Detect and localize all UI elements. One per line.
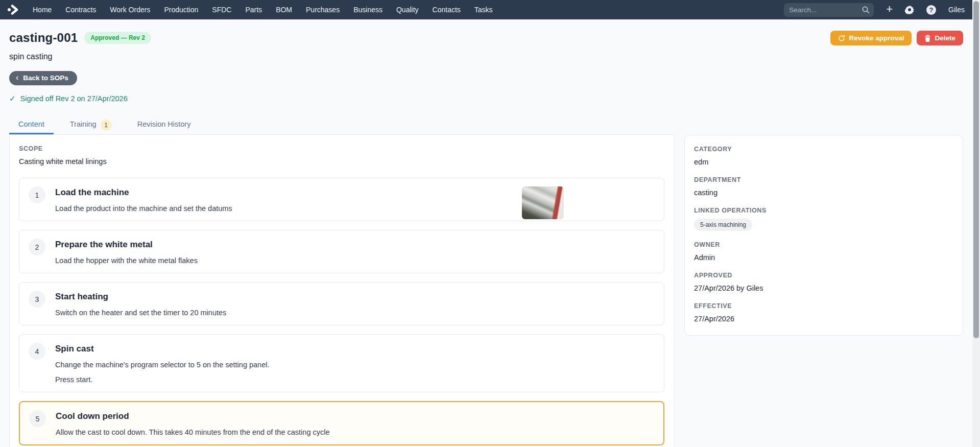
step-number: 2 — [29, 239, 45, 255]
step-title: Cool down period — [56, 411, 330, 421]
refresh-icon — [838, 35, 845, 42]
sidebar-field-linked-operations: LINKED OPERATIONS 5-axis machining — [694, 207, 953, 231]
step-description: Change the machine's program selector to… — [55, 361, 270, 369]
search-box[interactable] — [784, 3, 874, 17]
step-description: Load the product into the machine and se… — [55, 204, 232, 213]
nav-item-quality[interactable]: Quality — [396, 6, 419, 14]
nav-item-parts[interactable]: Parts — [245, 6, 262, 14]
sidebar-field-label: DEPARTMENT — [694, 176, 953, 183]
settings-gear-icon[interactable] — [905, 5, 914, 14]
step-number: 4 — [29, 343, 45, 360]
step-number: 5 — [29, 410, 46, 427]
search-input[interactable] — [789, 6, 862, 14]
nav-menu: HomeContractsWork OrdersProductionSFDCPa… — [33, 6, 493, 14]
sidebar-value-category: edm — [694, 158, 953, 166]
nav-item-purchases[interactable]: Purchases — [306, 6, 340, 14]
details-sidebar: CATEGORY edm DEPARTMENT casting LINKED O… — [684, 135, 963, 336]
page-title: casting-001 — [9, 31, 78, 45]
nav-item-home[interactable]: Home — [33, 6, 52, 14]
top-nav: HomeContractsWork OrdersProductionSFDCPa… — [0, 0, 980, 19]
sidebar-field-label: CATEGORY — [694, 146, 953, 153]
sidebar-value-owner: Admin — [694, 253, 953, 262]
sidebar-field-department: DEPARTMENT casting — [694, 176, 953, 197]
sidebar-field-owner: OWNER Admin — [694, 241, 953, 262]
tab-revision-history-label: Revision History — [137, 120, 191, 128]
delete-label: Delete — [935, 34, 955, 42]
sidebar-field-label: OWNER — [694, 241, 953, 248]
content-panel: SCOPE Casting white metal linings 1 Load… — [9, 135, 674, 447]
sidebar-field-label: APPROVED — [694, 272, 953, 279]
steps-list: 1 Load the machine Load the product into… — [19, 178, 664, 445]
page-subtitle: spin casting — [9, 52, 963, 61]
sidebar-field-approved: APPROVED 27/Apr/2026 by Giles — [694, 272, 953, 292]
tab-content[interactable]: Content — [9, 118, 54, 134]
scrollbar-thumb[interactable] — [973, 1, 979, 338]
nav-item-contacts[interactable]: Contacts — [433, 6, 461, 14]
step-description: Switch on the heater and set the timer t… — [55, 309, 226, 317]
delete-button[interactable]: Delete — [917, 31, 963, 45]
trash-icon — [924, 35, 931, 42]
sidebar-value-effective: 27/Apr/2026 — [694, 315, 953, 323]
step-title: Start heating — [55, 292, 226, 302]
sidebar-field-category: CATEGORY edm — [694, 146, 953, 166]
tab-training-label: Training — [70, 120, 97, 128]
check-icon: ✓ — [9, 94, 16, 103]
sidebar-value-approved: 27/Apr/2026 by Giles — [694, 284, 953, 292]
step-description: Press start. — [55, 375, 270, 384]
page-scrollbar[interactable] — [972, 0, 980, 447]
back-to-sops-button[interactable]: ‹ Back to SOPs — [9, 71, 77, 85]
header-actions: Revoke approval Delete — [830, 31, 963, 45]
step-card-1[interactable]: 1 Load the machine Load the product into… — [19, 178, 664, 221]
step-card-3[interactable]: 3 Start heating Switch on the heater and… — [19, 282, 664, 325]
help-icon[interactable]: ? — [926, 5, 936, 15]
step-title: Load the machine — [55, 187, 232, 198]
nav-item-production[interactable]: Production — [164, 6, 198, 14]
main-column: Content Training 1 Revision History SCOP… — [9, 118, 674, 447]
nav-right-cluster: + ? Giles — [784, 3, 965, 17]
step-title: Spin cast — [55, 344, 270, 354]
sidebar-field-label: EFFECTIVE — [694, 302, 953, 310]
step-card-5[interactable]: 5 Cool down period Allow the cast to coo… — [19, 401, 664, 445]
revoke-approval-button[interactable]: Revoke approval — [830, 31, 912, 45]
scope-label: SCOPE — [19, 145, 664, 152]
title-row: casting-001 Approved — Rev 2 — [9, 31, 151, 45]
step-card-2[interactable]: 2 Prepare the white metal Load the hoppe… — [19, 230, 664, 273]
step-description: Allow the cast to cool down. This takes … — [56, 428, 330, 436]
training-count-badge: 1 — [101, 120, 112, 131]
add-icon[interactable]: + — [886, 4, 893, 15]
machine-photo-thumbnail[interactable] — [522, 186, 564, 219]
step-number: 3 — [29, 291, 45, 308]
status-badge: Approved — Rev 2 — [84, 32, 151, 44]
app-logo-icon[interactable] — [6, 4, 19, 15]
nav-item-work-orders[interactable]: Work Orders — [110, 6, 150, 14]
page-header: casting-001 Approved — Rev 2 Revoke appr… — [9, 31, 963, 45]
nav-item-contracts[interactable]: Contracts — [65, 6, 96, 14]
tab-training[interactable]: Training 1 — [61, 118, 121, 134]
nav-item-bom[interactable]: BOM — [276, 6, 292, 14]
signed-off-row: ✓ Signed off Rev 2 on 27/Apr/2026 — [9, 94, 963, 103]
nav-item-sfdc[interactable]: SFDC — [212, 6, 231, 14]
step-card-4[interactable]: 4 Spin cast Change the machine's program… — [19, 334, 664, 392]
nav-item-tasks[interactable]: Tasks — [474, 6, 493, 14]
search-icon[interactable] — [862, 6, 870, 14]
nav-item-business[interactable]: Business — [353, 6, 383, 14]
sidebar-field-effective: EFFECTIVE 27/Apr/2026 — [694, 302, 953, 323]
page-body: casting-001 Approved — Rev 2 Revoke appr… — [0, 31, 980, 447]
tab-content-label: Content — [18, 120, 44, 128]
sidebar-field-label: LINKED OPERATIONS — [694, 207, 953, 214]
sidebar-value-linked-operations[interactable]: 5-axis machining — [694, 219, 752, 231]
step-description: Load the hopper with the white metal fla… — [55, 256, 198, 265]
revoke-approval-label: Revoke approval — [849, 34, 904, 42]
back-to-sops-label: Back to SOPs — [23, 74, 68, 82]
tab-revision-history[interactable]: Revision History — [128, 118, 200, 134]
step-title: Prepare the white metal — [55, 240, 198, 250]
tab-bar: Content Training 1 Revision History — [9, 118, 674, 135]
chevron-left-icon: ‹ — [16, 74, 18, 82]
step-number: 1 — [29, 186, 45, 203]
signed-off-text: Signed off Rev 2 on 27/Apr/2026 — [20, 95, 128, 103]
sidebar-value-department: casting — [694, 189, 953, 197]
user-menu[interactable]: Giles — [948, 6, 965, 14]
scope-value: Casting white metal linings — [19, 157, 664, 166]
